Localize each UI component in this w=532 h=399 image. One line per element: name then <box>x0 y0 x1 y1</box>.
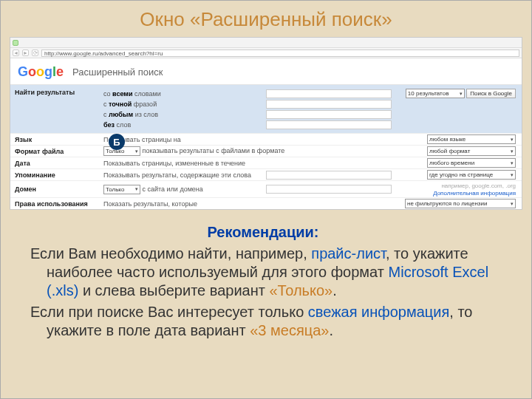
page-title: Расширенный поиск <box>72 66 163 78</box>
recommendation-2: Если при поиске Вас интересует только св… <box>17 303 509 340</box>
desc-mention: Показывать результаты, содержащие эти сл… <box>99 169 262 181</box>
label-language: Язык <box>10 134 99 146</box>
recommendation-1: Если Вам необходимо найти, например, пра… <box>17 245 509 300</box>
select-language[interactable]: любом языке <box>427 134 516 144</box>
input-without-words[interactable] <box>266 120 392 129</box>
search-button[interactable]: Поиск в Google <box>466 89 516 98</box>
tab-bar <box>10 38 522 48</box>
select-rights[interactable]: не фильтруются по лицензии <box>405 199 516 208</box>
url-input[interactable]: http://www.google.ru/advanced_search?hl=… <box>41 50 519 57</box>
desc-date: Показывать страницы, измененные в течени… <box>99 157 396 169</box>
input-any-words[interactable] <box>266 110 392 119</box>
label-mention: Упоминание <box>10 169 99 181</box>
domain-hint: например, google.com, .org <box>441 183 516 189</box>
input-domain[interactable] <box>266 185 392 194</box>
desc-file-format: Только показывать результаты с файлами в… <box>99 146 396 157</box>
reload-button[interactable]: ⟳ <box>32 50 38 56</box>
label-file-format: Формат файла <box>10 146 99 157</box>
input-mention[interactable] <box>266 171 392 180</box>
url-bar: ◄ ► ⟳ http://www.google.ru/advanced_sear… <box>10 48 522 58</box>
input-all-words[interactable] <box>266 89 392 98</box>
select-file-format[interactable]: любой формат <box>427 146 516 156</box>
label-date: Дата <box>10 157 99 169</box>
callout-marker-b: Б <box>109 134 125 150</box>
desc-language: Показывать страницы на <box>99 134 396 146</box>
input-exact-phrase[interactable] <box>266 100 392 109</box>
select-mention-location[interactable]: где угодно на странице <box>427 170 516 180</box>
results-count-select[interactable]: 10 результатов <box>406 89 465 98</box>
desc-rights: Показать результаты, которые <box>99 198 396 210</box>
label-rights: Права использования <box>10 198 99 210</box>
label-domain: Домен <box>10 181 99 198</box>
forward-button[interactable]: ► <box>22 50 29 56</box>
tab-favicon <box>13 40 18 46</box>
find-heading: Найти результаты <box>10 88 99 130</box>
select-only-domain[interactable]: Только <box>103 185 140 194</box>
back-button[interactable]: ◄ <box>13 50 19 56</box>
slide-title: Окно «Расширенный поиск» <box>1 1 531 37</box>
recommendations-title: Рекомендации: <box>17 223 509 242</box>
google-logo: Google <box>18 64 64 80</box>
row-all-words-label: со всеми словами <box>99 88 262 99</box>
recommendations: Рекомендации: Если Вам необходимо найти,… <box>1 210 531 340</box>
find-results-section: Найти результаты со всеми словами 10 рез… <box>10 85 522 133</box>
row-without-words-label: без слов <box>99 120 262 130</box>
row-any-words-label: с любым из слов <box>99 109 262 120</box>
row-exact-phrase-label: с точной фразой <box>99 99 262 109</box>
desc-domain: Только с сайта или домена <box>99 181 262 198</box>
select-date[interactable]: любого времени <box>427 158 516 168</box>
page-header: Google Расширенный поиск <box>10 58 522 85</box>
browser-screenshot: ◄ ► ⟳ http://www.google.ru/advanced_sear… <box>10 37 522 210</box>
domain-more-link[interactable]: Дополнительная информация <box>433 190 516 197</box>
